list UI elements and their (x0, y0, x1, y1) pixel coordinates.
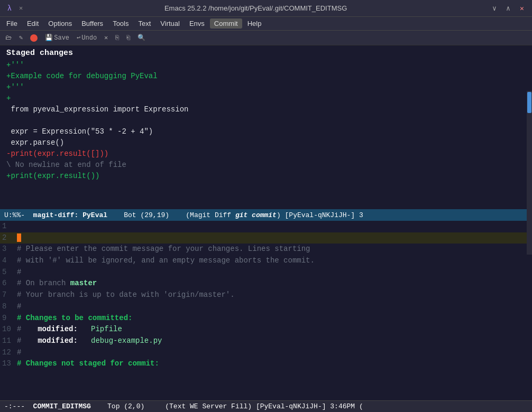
stop-icon (30, 34, 38, 42)
diff-line: +''' (4, 60, 528, 71)
open-folder-icon: 🗁 (5, 34, 12, 42)
toolbar-new[interactable]: ✎ (16, 33, 26, 43)
mode-line-mode: (Magit Diff git commit) [PyEval-qNKJiJH-… (186, 211, 363, 219)
diff-line: \ No newline at end of file (4, 160, 528, 171)
diff-line: from pyeval_expression import Expression (4, 104, 528, 115)
toolbar-paste[interactable]: ⎗ (123, 33, 133, 43)
menu-buffers[interactable]: Buffers (77, 18, 107, 29)
commit-line-2: 2 (0, 232, 532, 244)
commit-line-8: 8# (0, 301, 532, 313)
bottom-mode-prefix: -:--- (4, 402, 33, 410)
toolbar-save[interactable]: 💾 Save (42, 33, 72, 43)
mode-line-buffer: magit-diff: PyEval (33, 211, 107, 219)
menu-text[interactable]: Text (134, 18, 155, 29)
menu-tools[interactable]: Tools (108, 18, 133, 29)
undo-label: Undo (81, 34, 97, 42)
close-button[interactable]: ✕ (516, 3, 528, 14)
toolbar-open[interactable]: 🗁 (2, 33, 15, 43)
commit-line-11: 11# modified: debug-example.py (0, 335, 532, 347)
save-icon: 💾 (45, 34, 53, 42)
diff-mode-line: U:%%- magit-diff: PyEval Bot (29,19) (Ma… (0, 209, 532, 221)
diff-pane[interactable]: Staged changes +''' +Example code for de… (0, 45, 532, 209)
menu-options[interactable]: Options (44, 18, 76, 29)
emacs-icon: λ (4, 3, 15, 14)
menu-edit[interactable]: Edit (23, 18, 43, 29)
commit-line-12: 12# (0, 347, 532, 359)
title-bar: λ ✕ Emacs 25.2.2 /home/jon/git/PyEval/.g… (0, 0, 532, 17)
bottom-mode-buffer: COMMIT_EDITMSG (33, 402, 91, 410)
toolbar-search[interactable]: 🔍 (134, 33, 149, 43)
diff-line: +''' (4, 82, 528, 93)
diff-line: -print(expr.result([])) (4, 148, 528, 160)
staged-header: Staged changes (4, 48, 528, 60)
commit-line-5: 5# (0, 267, 532, 278)
commit-line-13: 13# Changes not staged for commit: (0, 358, 532, 370)
scroll-thumb[interactable] (527, 92, 531, 113)
toolbar-circle-red[interactable] (27, 33, 41, 43)
main-area: Staged changes +''' +Example code for de… (0, 45, 532, 412)
commit-line-1: 1 (0, 221, 532, 232)
commit-line-10: 10# modified: Pipfile (0, 324, 532, 335)
commit-line-3: 3# Please enter the commit message for y… (0, 244, 532, 255)
commit-line-4: 4# with '#' will be ignored, and an empt… (0, 255, 532, 267)
diff-line (4, 115, 528, 126)
diff-line: + (4, 93, 528, 104)
menu-commit[interactable]: Commit (210, 18, 242, 29)
pin-icon[interactable]: ✕ (19, 4, 23, 12)
paste-icon: ⎗ (126, 34, 130, 42)
toolbar-undo-arrow[interactable]: ↩ Undo (74, 33, 100, 43)
commit-line-6: 6# On branch master (0, 278, 532, 289)
cut-icon: ✕ (104, 34, 108, 42)
maximize-button[interactable]: ∧ (502, 3, 514, 14)
commit-mode-line: -:--- COMMIT_EDITMSG Top (2,0) (Text WE … (0, 400, 532, 412)
title-bar-left: λ ✕ (4, 3, 23, 14)
menu-help[interactable]: Help (243, 18, 266, 29)
undo-arrow-icon: ↩ (77, 34, 80, 42)
diff-line: expr.parse() (4, 137, 528, 148)
commit-pane[interactable]: 1 2 3# Please enter the commit message f… (0, 221, 532, 400)
menu-virtual[interactable]: Virtual (156, 18, 184, 29)
mode-line-position: Bot (29,19) (107, 211, 186, 219)
commit-line-7: 7# Your branch is up to date with 'origi… (0, 289, 532, 301)
copy-icon: ⎘ (115, 34, 119, 42)
toolbar-cut[interactable]: ✕ (101, 33, 111, 43)
window-controls: ∨ ∧ ✕ (489, 3, 528, 14)
mode-line-prefix: U:%%- (4, 211, 33, 219)
diff-line: expr = Expression("53 * -2 + 4") (4, 126, 528, 137)
diff-line: +Example code for debugging PyEval (4, 71, 528, 82)
scrollbar[interactable] (527, 91, 532, 255)
minimize-button[interactable]: ∨ (489, 3, 500, 14)
save-label: Save (54, 34, 69, 42)
bottom-mode-mode: (Text WE Server Fill) [PyEval-qNKJiJH-] … (165, 402, 363, 410)
menu-envs[interactable]: Envs (185, 18, 209, 29)
text-cursor (17, 233, 21, 242)
search-icon: 🔍 (137, 34, 145, 42)
commit-line-9: 9# Changes to be committed: (0, 313, 532, 324)
window-title: Emacs 25.2.2 /home/jon/git/PyEval/.git/C… (23, 4, 489, 12)
toolbar-copy[interactable]: ⎘ (112, 33, 122, 43)
toolbar: 🗁 ✎ 💾 Save ↩ Undo ✕ ⎘ ⎗ 🔍 (0, 31, 532, 45)
diff-line: +print(expr.result()) (4, 171, 528, 182)
bottom-mode-position: Top (2,0) (91, 402, 165, 410)
new-file-icon: ✎ (19, 34, 23, 42)
menu-bar: File Edit Options Buffers Tools Text Vir… (0, 17, 532, 31)
menu-file[interactable]: File (2, 18, 22, 29)
